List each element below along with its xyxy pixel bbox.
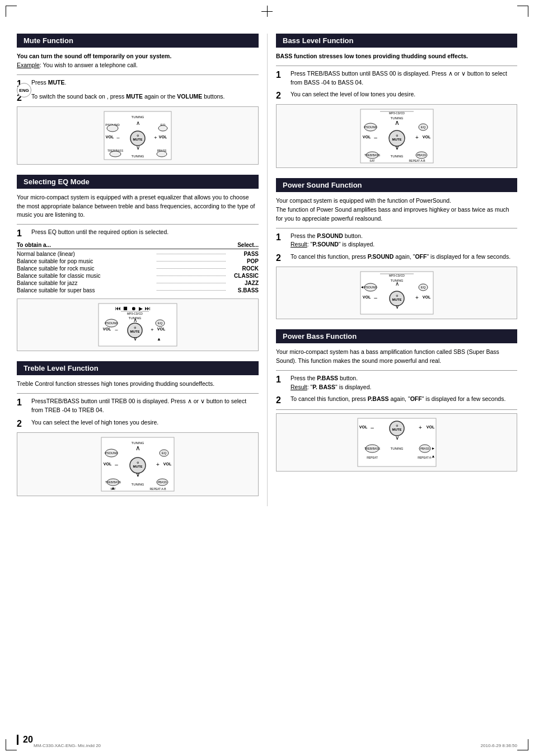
bass-step1-text: Press TREB/BASS button until BASS 00 is … (291, 69, 517, 87)
right-column: Bass Level Function BASS function stress… (267, 34, 517, 506)
table-row: Normal balance (linear) PASS (17, 250, 259, 258)
eq-row-3-dots (157, 276, 226, 276)
svg-text:+: + (151, 327, 153, 333)
page-number: 20 (17, 735, 33, 745)
ps-step2-num: 2 (276, 253, 288, 263)
power-bass-divider (276, 370, 517, 371)
svg-text:REPEAT A-B: REPEAT A-B (409, 159, 425, 162)
svg-text:PBASS: PBASS (416, 153, 426, 157)
mute-step-2: 2 To switch the sound back on , press MU… (17, 92, 259, 103)
treble-level-desc: Treble Control function stresses high to… (17, 380, 259, 389)
eq-step1-text: Press EQ button until the required optio… (31, 228, 259, 237)
svg-text:⏭: ⏭ (145, 305, 151, 311)
svg-text:–: – (115, 327, 118, 333)
svg-text:VOL: VOL (159, 135, 167, 139)
svg-text:∨: ∨ (394, 143, 399, 151)
power-sound-section: Power Sound Function Your compact system… (276, 178, 517, 319)
power-sound-desc2: The function of Power Sound amplifies ba… (276, 206, 509, 222)
svg-text:∧: ∧ (135, 444, 140, 452)
power-bass-divider2 (276, 409, 517, 410)
bass-diagram: MP3-CD/CD TUNING PSOUND EQ ∧ VOL – (276, 104, 517, 168)
corner-br (517, 739, 528, 750)
svg-text:MUTE: MUTE (392, 298, 401, 301)
svg-text:PSOUND: PSOUND (105, 451, 118, 455)
eq-divider (17, 224, 259, 225)
treble-step2-num: 2 (17, 418, 29, 429)
power-sound-desc: Your compact system is equipped with the… (276, 197, 517, 223)
pb-step1-num: 1 (276, 374, 288, 385)
svg-text:TREB/BASS: TREB/BASS (105, 480, 121, 484)
treble-diagram-svg: TUNING PSOUND EQ ∧ VOL – ⚙ (87, 436, 188, 492)
svg-text:MUTE: MUTE (130, 330, 140, 333)
svg-text:⏺: ⏺ (131, 306, 136, 311)
power-bass-step-2: 2 To cancel this function, press P.BASS … (276, 395, 517, 405)
svg-text:TUNING: TUNING (132, 115, 144, 119)
svg-text:▲: ▲ (157, 337, 161, 342)
eq-row-2-label: Balance suitable for rock music (17, 265, 154, 272)
svg-text:REPEAT A-B: REPEAT A-B (150, 487, 167, 491)
main-grid: Mute Function You can turn the sound off… (17, 34, 517, 506)
eq-diagram-svg: ⏮ ⏹ ⏺ ▶ ⏭ MP3-CD/CD TUNING PSOUND (87, 302, 188, 347)
svg-text:EQ: EQ (158, 321, 163, 325)
svg-text:VOL: VOL (362, 135, 371, 139)
svg-text:VOL: VOL (106, 135, 114, 139)
mute-step-1: 1 Press MUTE. (17, 78, 259, 89)
svg-point-5 (158, 125, 167, 131)
corner-tl (6, 6, 17, 17)
pb-step1-text: Press the P.BASS button. Result: "P. BAS… (291, 374, 517, 392)
svg-text:VOL: VOL (422, 135, 430, 139)
svg-text:∨: ∨ (133, 335, 137, 342)
eq-mode-desc: Your micro-compact system is equipped wi… (17, 193, 259, 220)
svg-text:VOL: VOL (157, 327, 166, 331)
treble-step1-text: PressTREB/BASS button until TREB 00 is d… (31, 397, 259, 415)
power-sound-step-1: 1 Press the P.SOUND button. Result: "P.S… (276, 232, 517, 250)
svg-text:MP3-CD/CD: MP3-CD/CD (389, 111, 405, 115)
mute-diagram-svg: TUNING PSOUND EQ ∧ VOL – (87, 110, 188, 161)
svg-point-16 (110, 151, 121, 157)
eq-row-1-label: Balance suitable for pop music (17, 258, 154, 264)
footer-file: MM-C330-XAC-ENG- Mic.indd 20 (34, 743, 101, 748)
power-bass-desc: Your micro-compact system has a bass amp… (276, 348, 517, 366)
svg-text:EQ: EQ (420, 125, 425, 129)
bass-desc-bold: BASS function stresses low tones providi… (276, 53, 468, 59)
svg-text:PBASS: PBASS (420, 447, 429, 450)
footer-date: 2010-6-29 8:36:50 (481, 743, 517, 748)
corner-tr (517, 6, 528, 17)
ps-step2-text: To cancel this function, press P.SOUND a… (291, 253, 517, 262)
eq-row-4-label: Balance suitable for jazz (17, 280, 154, 286)
pb-step2-num: 2 (276, 395, 288, 405)
mute-diagram: TUNING PSOUND EQ ∧ VOL – (17, 106, 259, 165)
eq-step-1: 1 Press EQ button until the required opt… (17, 228, 259, 239)
svg-text:+: + (415, 134, 419, 141)
power-sound-title: Power Sound Function (276, 178, 517, 192)
svg-text:TUNING: TUNING (390, 447, 403, 450)
svg-text:VOL: VOL (359, 425, 367, 429)
svg-text:+: + (415, 295, 419, 301)
svg-text:SAT: SAT (110, 487, 115, 491)
svg-text:∨: ∨ (136, 144, 140, 151)
svg-text:VOL: VOL (362, 295, 371, 299)
svg-text:SAT: SAT (369, 159, 374, 162)
table-row: Balance suitable for rock music ROCK (17, 265, 259, 272)
svg-text:–: – (115, 461, 118, 468)
eq-row-3-value: CLASSIC (228, 273, 259, 279)
power-sound-desc1: Your compact system is equipped with the… (276, 197, 451, 204)
bass-diagram-svg: MP3-CD/CD TUNING PSOUND EQ ∧ VOL – (346, 108, 447, 164)
mute-function-title: Mute Function (17, 34, 259, 48)
mute-example-text: : You wish to answer a telephone call. (40, 62, 138, 68)
bass-divider (276, 66, 517, 66)
svg-text:VOL: VOL (422, 295, 430, 299)
power-bass-title: Power Bass Function (276, 329, 517, 343)
crosshair-top (261, 6, 273, 17)
svg-text:⏹: ⏹ (123, 305, 128, 311)
power-sound-divider (276, 228, 517, 228)
power-sound-diagram-svg: MP3-CD/CD TUNING PSOUND ◄ EQ ∧ VOL (346, 270, 447, 315)
eq-diagram: ⏮ ⏹ ⏺ ▶ ⏭ MP3-CD/CD TUNING PSOUND (17, 298, 259, 351)
eq-row-0-label: Normal balance (linear) (17, 251, 154, 257)
svg-text:⏮: ⏮ (115, 305, 121, 311)
svg-text:∧: ∧ (136, 120, 140, 126)
svg-text:MUTE: MUTE (392, 428, 401, 431)
svg-text:MP3-CD/CD: MP3-CD/CD (389, 274, 405, 277)
treble-step-2: 2 You can select the level of high tones… (17, 418, 259, 429)
mute-step2-text: To switch the sound back on , press MUTE… (31, 92, 259, 101)
